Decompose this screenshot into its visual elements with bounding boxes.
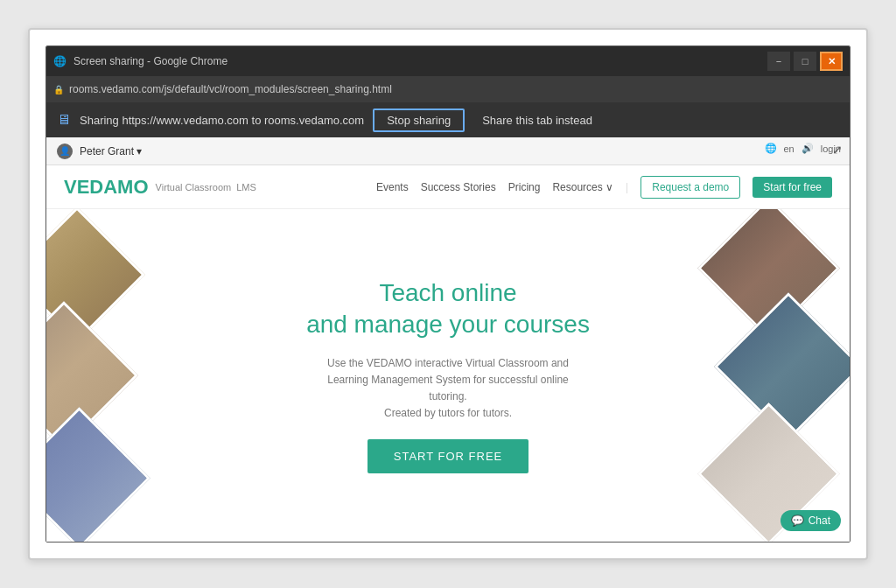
chat-button[interactable]: 💬 Chat [780,510,841,531]
request-demo-button[interactable]: Request a demo [640,176,740,199]
screen-sharing-bar: 🖥 Sharing https://www.vedamo.com to room… [46,102,850,137]
address-bar: 🔒 rooms.vedamo.com/js/default/vcl/room_m… [46,76,850,102]
lang-bar: 🌐 en 🔊 login [765,143,842,154]
nav-pricing[interactable]: Pricing [508,181,541,193]
user-avatar: 👤 [57,144,73,159]
hero-section: Teach online and manage your courses Use… [46,209,850,542]
lang-label[interactable]: en [784,144,794,154]
collage-right [675,209,850,542]
logo-text: VEDAMO [64,176,149,199]
title-bar-left: 🌐 Screen sharing - Google Chrome [53,55,228,67]
browser-icon: 🌐 [53,55,66,67]
outer-frame: 🌐 Screen sharing - Google Chrome − □ ✕ 🔒… [28,28,868,560]
site-top-bar: 👤 Peter Grant ▾ 🌐 en 🔊 login ⤢ [46,137,850,165]
screen-share-icon: 🖥 [57,112,71,128]
url-text[interactable]: rooms.vedamo.com/js/default/vcl/room_mod… [69,83,392,95]
hero-cta-button[interactable]: START FOR FREE [368,439,529,473]
site-logo: VEDAMO Virtual Classroom LMS [64,176,256,199]
nav-links: Events Success Stories Pricing Resources… [376,176,832,199]
logo-subtitle: Virtual Classroom LMS [156,182,256,192]
window-controls: − □ ✕ [767,52,843,71]
chat-label: Chat [808,514,830,527]
hero-title-line1: Teach online [306,277,590,309]
logo-sub2: LMS [236,182,256,192]
close-button[interactable]: ✕ [820,52,843,71]
site-nav: VEDAMO Virtual Classroom LMS Events Succ… [46,165,850,209]
logo-sub1: Virtual Classroom [156,182,232,192]
share-tab-button[interactable]: Share this tab instead [473,110,601,130]
hero-center: Teach online and manage your courses Use… [289,260,607,492]
start-free-button[interactable]: Start for free [752,177,832,198]
collage-left [46,209,195,542]
stop-sharing-button[interactable]: Stop sharing [373,108,465,132]
minimize-button[interactable]: − [767,52,790,71]
hero-title: Teach online and manage your courses [306,277,590,341]
maximize-button[interactable]: □ [794,52,816,71]
collage-diamond-3 [46,407,150,542]
hero-title-line2: and manage your courses [306,309,590,340]
window-title: Screen sharing - Google Chrome [74,55,228,67]
globe-icon: 🌐 [765,143,777,154]
title-bar: 🌐 Screen sharing - Google Chrome − □ ✕ [46,46,850,76]
browser-window: 🌐 Screen sharing - Google Chrome − □ ✕ 🔒… [46,46,850,542]
hero-description: Use the VEDAMO interactive Virtual Class… [326,355,570,423]
nav-success-stories[interactable]: Success Stories [421,181,496,193]
user-dropdown[interactable]: Peter Grant ▾ [80,145,142,158]
expand-icon: ⤢ [832,143,843,157]
chat-icon: 💬 [791,514,804,527]
nav-events[interactable]: Events [376,181,409,193]
website-content: 👤 Peter Grant ▾ 🌐 en 🔊 login ⤢ VEDAMO Vi… [46,137,850,542]
lock-icon: 🔒 [53,85,64,94]
sharing-message: Sharing https://www.vedamo.com to rooms.… [80,114,364,127]
nav-resources[interactable]: Resources ∨ [552,181,613,193]
volume-icon: 🔊 [802,143,814,154]
